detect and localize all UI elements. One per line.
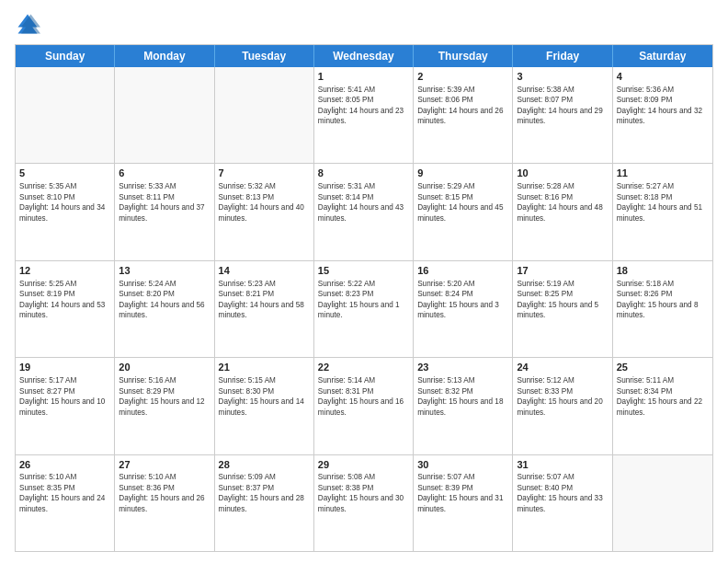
day-number: 23	[417, 361, 508, 374]
day-number: 19	[19, 361, 110, 374]
cell-info: Sunrise: 5:09 AMSunset: 8:37 PMDaylight:…	[219, 472, 310, 514]
day-number: 13	[119, 264, 210, 278]
day-number: 29	[318, 458, 409, 472]
cal-cell-4-6	[613, 455, 712, 551]
cell-info: Sunrise: 5:11 AMSunset: 8:34 PMDaylight:…	[617, 375, 709, 418]
cal-cell-4-2: 28Sunrise: 5:09 AMSunset: 8:37 PMDayligh…	[215, 455, 314, 551]
cal-header-thursday: Thursday	[414, 45, 513, 67]
cell-info: Sunrise: 5:29 AMSunset: 8:15 PMDaylight:…	[417, 181, 508, 224]
day-number: 30	[417, 458, 508, 472]
svg-marker-1	[21, 15, 40, 34]
cal-cell-2-4: 16Sunrise: 5:20 AMSunset: 8:24 PMDayligh…	[414, 261, 513, 357]
cal-cell-3-6: 25Sunrise: 5:11 AMSunset: 8:34 PMDayligh…	[613, 358, 712, 454]
cell-info: Sunrise: 5:12 AMSunset: 8:33 PMDaylight:…	[517, 375, 608, 418]
day-number: 20	[119, 361, 210, 374]
cal-cell-4-4: 30Sunrise: 5:07 AMSunset: 8:39 PMDayligh…	[414, 455, 513, 551]
cal-cell-3-3: 22Sunrise: 5:14 AMSunset: 8:31 PMDayligh…	[314, 358, 414, 454]
cell-info: Sunrise: 5:13 AMSunset: 8:32 PMDaylight:…	[417, 375, 508, 418]
day-number: 28	[219, 458, 310, 472]
cal-cell-3-5: 24Sunrise: 5:12 AMSunset: 8:33 PMDayligh…	[513, 358, 612, 454]
logo	[15, 11, 44, 37]
day-number: 2	[417, 70, 508, 84]
cal-cell-2-3: 15Sunrise: 5:22 AMSunset: 8:23 PMDayligh…	[314, 261, 414, 357]
cal-cell-3-1: 20Sunrise: 5:16 AMSunset: 8:29 PMDayligh…	[115, 358, 214, 454]
cal-cell-0-1	[115, 67, 214, 163]
cell-info: Sunrise: 5:10 AMSunset: 8:35 PMDaylight:…	[19, 472, 110, 514]
cell-info: Sunrise: 5:36 AMSunset: 8:09 PMDaylight:…	[617, 85, 709, 127]
cal-row-2: 12Sunrise: 5:25 AMSunset: 8:19 PMDayligh…	[16, 261, 712, 358]
calendar-header-row: SundayMondayTuesdayWednesdayThursdayFrid…	[16, 45, 712, 67]
cal-row-1: 5Sunrise: 5:35 AMSunset: 8:10 PMDaylight…	[16, 164, 712, 260]
cal-cell-3-2: 21Sunrise: 5:15 AMSunset: 8:30 PMDayligh…	[215, 358, 314, 454]
cal-header-friday: Friday	[513, 45, 612, 67]
cell-info: Sunrise: 5:38 AMSunset: 8:07 PMDaylight:…	[517, 85, 608, 127]
day-number: 6	[119, 167, 210, 180]
cell-info: Sunrise: 5:23 AMSunset: 8:21 PMDaylight:…	[219, 279, 310, 321]
cell-info: Sunrise: 5:39 AMSunset: 8:06 PMDaylight:…	[417, 85, 508, 127]
cell-info: Sunrise: 5:15 AMSunset: 8:30 PMDaylight:…	[219, 375, 310, 418]
day-number: 9	[417, 167, 508, 180]
cal-cell-1-6: 11Sunrise: 5:27 AMSunset: 8:18 PMDayligh…	[613, 164, 712, 259]
cell-info: Sunrise: 5:18 AMSunset: 8:26 PMDaylight:…	[617, 279, 709, 321]
cal-cell-0-2	[215, 67, 314, 163]
cal-cell-4-3: 29Sunrise: 5:08 AMSunset: 8:38 PMDayligh…	[314, 455, 414, 551]
cal-cell-1-0: 5Sunrise: 5:35 AMSunset: 8:10 PMDaylight…	[16, 164, 115, 259]
cell-info: Sunrise: 5:35 AMSunset: 8:10 PMDaylight:…	[19, 181, 110, 224]
cell-info: Sunrise: 5:41 AMSunset: 8:05 PMDaylight:…	[318, 85, 409, 127]
cal-cell-2-0: 12Sunrise: 5:25 AMSunset: 8:19 PMDayligh…	[16, 261, 115, 357]
cal-cell-1-3: 8Sunrise: 5:31 AMSunset: 8:14 PMDaylight…	[314, 164, 414, 259]
cal-cell-1-5: 10Sunrise: 5:28 AMSunset: 8:16 PMDayligh…	[513, 164, 612, 259]
calendar-body: 1Sunrise: 5:41 AMSunset: 8:05 PMDaylight…	[16, 67, 712, 551]
cell-info: Sunrise: 5:20 AMSunset: 8:24 PMDaylight:…	[417, 279, 508, 321]
cal-cell-4-1: 27Sunrise: 5:10 AMSunset: 8:36 PMDayligh…	[115, 455, 214, 551]
cell-info: Sunrise: 5:10 AMSunset: 8:36 PMDaylight:…	[119, 472, 210, 514]
cal-header-monday: Monday	[115, 45, 214, 67]
day-number: 12	[19, 264, 110, 278]
cal-cell-0-3: 1Sunrise: 5:41 AMSunset: 8:05 PMDaylight…	[314, 67, 414, 163]
day-number: 8	[318, 167, 409, 180]
day-number: 27	[119, 458, 210, 472]
cal-cell-2-5: 17Sunrise: 5:19 AMSunset: 8:25 PMDayligh…	[513, 261, 612, 357]
cell-info: Sunrise: 5:19 AMSunset: 8:25 PMDaylight:…	[517, 279, 608, 321]
day-number: 25	[617, 361, 709, 374]
cal-header-tuesday: Tuesday	[215, 45, 314, 67]
cal-cell-4-5: 31Sunrise: 5:07 AMSunset: 8:40 PMDayligh…	[513, 455, 612, 551]
cell-info: Sunrise: 5:07 AMSunset: 8:39 PMDaylight:…	[417, 472, 508, 514]
cal-row-3: 19Sunrise: 5:17 AMSunset: 8:27 PMDayligh…	[16, 358, 712, 454]
cal-cell-0-6: 4Sunrise: 5:36 AMSunset: 8:09 PMDaylight…	[613, 67, 712, 163]
logo-icon	[15, 11, 40, 37]
calendar: SundayMondayTuesdayWednesdayThursdayFrid…	[15, 44, 713, 552]
cell-info: Sunrise: 5:32 AMSunset: 8:13 PMDaylight:…	[219, 181, 310, 224]
cal-cell-4-0: 26Sunrise: 5:10 AMSunset: 8:35 PMDayligh…	[16, 455, 115, 551]
cell-info: Sunrise: 5:31 AMSunset: 8:14 PMDaylight:…	[318, 181, 409, 224]
cal-row-0: 1Sunrise: 5:41 AMSunset: 8:05 PMDaylight…	[16, 67, 712, 164]
cal-cell-2-2: 14Sunrise: 5:23 AMSunset: 8:21 PMDayligh…	[215, 261, 314, 357]
cal-row-4: 26Sunrise: 5:10 AMSunset: 8:35 PMDayligh…	[16, 455, 712, 551]
day-number: 7	[219, 167, 310, 180]
cal-cell-2-1: 13Sunrise: 5:24 AMSunset: 8:20 PMDayligh…	[115, 261, 214, 357]
day-number: 1	[318, 70, 409, 84]
cal-cell-2-6: 18Sunrise: 5:18 AMSunset: 8:26 PMDayligh…	[613, 261, 712, 357]
cal-header-wednesday: Wednesday	[314, 45, 414, 67]
cell-info: Sunrise: 5:33 AMSunset: 8:11 PMDaylight:…	[119, 181, 210, 224]
header	[15, 11, 713, 37]
cell-info: Sunrise: 5:24 AMSunset: 8:20 PMDaylight:…	[119, 279, 210, 321]
day-number: 24	[517, 361, 608, 374]
day-number: 5	[19, 167, 110, 180]
day-number: 21	[219, 361, 310, 374]
cell-info: Sunrise: 5:27 AMSunset: 8:18 PMDaylight:…	[617, 181, 709, 224]
day-number: 16	[417, 264, 508, 278]
day-number: 31	[517, 458, 608, 472]
cell-info: Sunrise: 5:22 AMSunset: 8:23 PMDaylight:…	[318, 279, 409, 321]
day-number: 3	[517, 70, 608, 84]
cal-cell-1-1: 6Sunrise: 5:33 AMSunset: 8:11 PMDaylight…	[115, 164, 214, 259]
cal-header-saturday: Saturday	[613, 45, 712, 67]
day-number: 22	[318, 361, 409, 374]
day-number: 17	[517, 264, 608, 278]
cell-info: Sunrise: 5:17 AMSunset: 8:27 PMDaylight:…	[19, 375, 110, 418]
day-number: 18	[617, 264, 709, 278]
cell-info: Sunrise: 5:25 AMSunset: 8:19 PMDaylight:…	[19, 279, 110, 321]
day-number: 4	[617, 70, 709, 84]
cell-info: Sunrise: 5:08 AMSunset: 8:38 PMDaylight:…	[318, 472, 409, 514]
day-number: 26	[19, 458, 110, 472]
